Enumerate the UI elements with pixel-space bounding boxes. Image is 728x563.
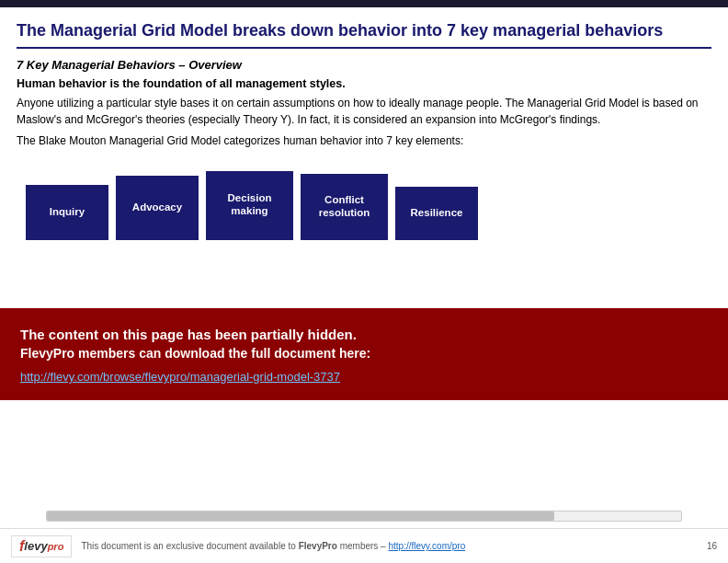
flevy-logo: f levy pro [11,535,72,557]
body-text-1: Anyone utilizing a particular style base… [17,96,711,128]
overlay-title: The content on this page has been partia… [20,327,708,342]
bold-heading: Human behavior is the foundation of all … [17,77,711,90]
section-subtitle: 7 Key Managerial Behaviors – Overview [17,58,711,72]
main-content: The Managerial Grid Model breaks down be… [0,7,728,240]
footer-text-suffix: members – [337,541,389,551]
scrollbar-thumb [47,511,554,521]
behavior-inquiry: Inquiry [26,185,108,240]
body-text-2: The Blake Mouton Managerial Grid Model c… [17,133,711,149]
behaviors-row: Inquiry Advocacy Decisionmaking Conflict… [17,167,711,240]
scrollbar-area[interactable] [46,511,682,522]
footer: f levy pro This document is an exclusive… [0,528,728,563]
hidden-overlay: The content on this page has been partia… [0,308,728,400]
top-bar [0,0,728,7]
logo-pro-text: pro [48,541,64,552]
behavior-conflict-resolution: Conflictresolution [301,174,388,240]
page-number: 16 [707,541,717,551]
footer-text: This document is an exclusive document a… [81,541,698,551]
overlay-subtitle: FlevyPro members can download the full d… [20,346,708,361]
footer-link[interactable]: http://flevy.com/pro [388,541,465,551]
behavior-advocacy: Advocacy [116,176,199,240]
slide-title: The Managerial Grid Model breaks down be… [17,20,711,49]
behavior-resilience: Resilience [395,187,478,240]
logo-levy-text: levy [24,539,47,553]
overlay-link[interactable]: http://flevy.com/browse/flevypro/manager… [20,370,340,384]
footer-bold: FlevyPro [299,541,337,551]
footer-text-prefix: This document is an exclusive document a… [81,541,298,551]
behavior-decision-making: Decisionmaking [206,171,293,240]
